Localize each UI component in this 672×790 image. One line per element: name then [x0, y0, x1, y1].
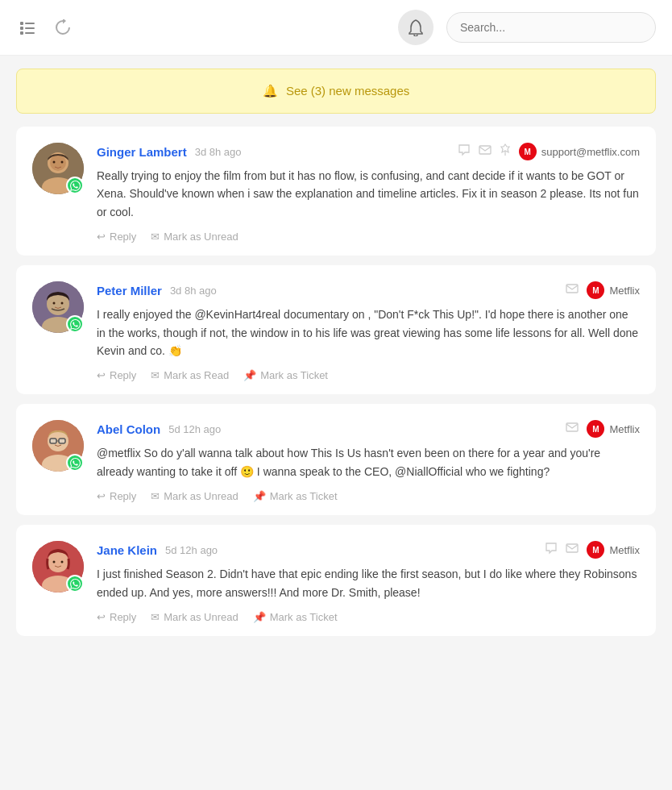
mark-unread-button[interactable]: ✉ Mark as Unread [151, 611, 238, 623]
svg-rect-26 [566, 423, 578, 431]
message-body: I really enjoyed the @KevinHart4real doc… [97, 306, 640, 360]
message-card: Ginger Lambert 3d 8h ago [16, 127, 656, 256]
new-messages-banner[interactable]: 🔔 See (3) new messages [16, 69, 656, 114]
svg-rect-32 [566, 544, 578, 552]
message-content: Ginger Lambert 3d 8h ago [97, 143, 640, 243]
message-author[interactable]: Jane Klein [97, 543, 157, 557]
header [0, 0, 672, 56]
message-content: Abel Colon 5d 12h ago M Metflix @metf [97, 420, 640, 502]
avatar-wrap [32, 420, 84, 472]
channel-badge: M Metflix [587, 541, 640, 559]
ticket-icon: 📌 [253, 490, 266, 502]
message-author[interactable]: Ginger Lambert [97, 145, 187, 159]
ticket-icon: 📌 [253, 611, 266, 623]
svg-point-10 [53, 161, 56, 164]
svg-point-30 [53, 561, 56, 563]
message-time: 5d 12h ago [168, 423, 221, 435]
mark-unread-button[interactable]: ✉ Mark as Unread [151, 231, 238, 243]
svg-point-31 [61, 561, 64, 563]
message-content: Jane Klein 5d 12h ago [97, 541, 640, 623]
svg-point-11 [61, 161, 64, 164]
mark-ticket-button[interactable]: 📌 Mark as Ticket [253, 611, 338, 623]
messages-list: Ginger Lambert 3d 8h ago [0, 127, 672, 646]
svg-rect-12 [479, 146, 491, 154]
svg-rect-23 [50, 439, 56, 443]
channel-label: Metflix [609, 423, 640, 435]
reply-button[interactable]: ↩ Reply [97, 231, 136, 243]
message-author[interactable]: Peter Miller [97, 284, 162, 297]
message-time: 3d 8h ago [195, 146, 242, 158]
message-author[interactable]: Abel Colon [97, 422, 160, 436]
message-card: Jane Klein 5d 12h ago [16, 525, 656, 636]
message-time: 5d 12h ago [165, 544, 218, 556]
mail-icon[interactable] [566, 282, 579, 298]
message-body: Really trying to enjoy the film from but… [97, 167, 640, 221]
svg-point-17 [53, 302, 56, 305]
svg-rect-24 [59, 439, 65, 443]
svg-point-18 [61, 302, 64, 305]
channel-logo: M [587, 541, 604, 559]
avatar-wrap [32, 541, 84, 592]
reply-button[interactable]: ↩ Reply [97, 611, 136, 623]
channel-label: Metflix [609, 544, 640, 556]
message-header: Abel Colon 5d 12h ago M Metflix [97, 420, 640, 438]
message-body: @metflix So do y'all wanna talk about ho… [97, 444, 640, 480]
mark-ticket-button[interactable]: 📌 Mark as Ticket [243, 369, 328, 381]
mail-icon[interactable] [566, 542, 579, 558]
svg-rect-5 [25, 32, 35, 34]
message-actions: ↩ Reply ✉ Mark as Read 📌 Mark as Ticket [97, 369, 640, 381]
notifications-button[interactable] [398, 10, 433, 45]
channel-badge: M Metflix [587, 420, 640, 438]
message-header: Peter Miller 3d 8h ago M Metflix [97, 281, 640, 299]
message-time: 3d 8h ago [170, 285, 217, 297]
reply-icon: ↩ [97, 369, 106, 381]
banner-bell-icon: 🔔 [263, 84, 278, 98]
channel-logo: M [587, 420, 604, 438]
avatar-wrap [32, 281, 84, 333]
channel-badge: M support@metflix.com [519, 143, 640, 160]
svg-rect-4 [25, 27, 35, 29]
unread-icon: ✉ [151, 231, 160, 243]
header-icons [16, 16, 74, 39]
mark-unread-button[interactable]: ✉ Mark as Unread [151, 490, 238, 502]
ticket-icon: 📌 [243, 369, 256, 381]
whatsapp-badge [66, 177, 84, 194]
mail-icon[interactable] [479, 143, 492, 160]
reply-icon: ↩ [97, 611, 106, 623]
channel-label: Metflix [609, 285, 640, 297]
svg-rect-19 [566, 285, 578, 293]
list-icon[interactable] [16, 16, 39, 39]
whatsapp-badge [66, 315, 84, 333]
channel-logo: M [587, 281, 604, 299]
mail-icon[interactable] [566, 421, 579, 437]
search-input[interactable] [446, 12, 656, 43]
banner-text: 🔔 See (3) new messages [263, 84, 410, 98]
whatsapp-badge [66, 575, 84, 592]
unread-icon: ✉ [151, 490, 160, 502]
svg-rect-0 [20, 22, 23, 25]
chat-icon[interactable] [458, 143, 471, 160]
pin-icon[interactable] [500, 143, 511, 160]
message-actions: ↩ Reply ✉ Mark as Unread [97, 231, 640, 243]
refresh-icon[interactable] [52, 16, 74, 39]
avatar-wrap [32, 143, 84, 194]
message-content: Peter Miller 3d 8h ago M Metflix I re [97, 281, 640, 381]
chat-icon[interactable] [545, 542, 558, 558]
message-actions: ↩ Reply ✉ Mark as Unread 📌 Mark as Ticke… [97, 490, 640, 502]
mark-ticket-button[interactable]: 📌 Mark as Ticket [253, 490, 338, 502]
svg-rect-2 [20, 31, 23, 35]
message-header-right: M Metflix [545, 541, 640, 559]
message-header: Jane Klein 5d 12h ago [97, 541, 640, 559]
reply-button[interactable]: ↩ Reply [97, 490, 136, 502]
channel-badge: M Metflix [587, 281, 640, 299]
whatsapp-badge [66, 454, 84, 472]
reply-button[interactable]: ↩ Reply [97, 369, 136, 381]
reply-icon: ↩ [97, 490, 106, 502]
svg-rect-3 [25, 23, 35, 24]
mark-read-button[interactable]: ✉ Mark as Read [151, 369, 229, 381]
message-header-right: M Metflix [566, 420, 640, 438]
message-card: Peter Miller 3d 8h ago M Metflix I re [16, 265, 656, 394]
message-actions: ↩ Reply ✉ Mark as Unread 📌 Mark as Ticke… [97, 611, 640, 623]
channel-logo: M [519, 143, 537, 160]
message-header-right: M support@metflix.com [458, 143, 640, 160]
